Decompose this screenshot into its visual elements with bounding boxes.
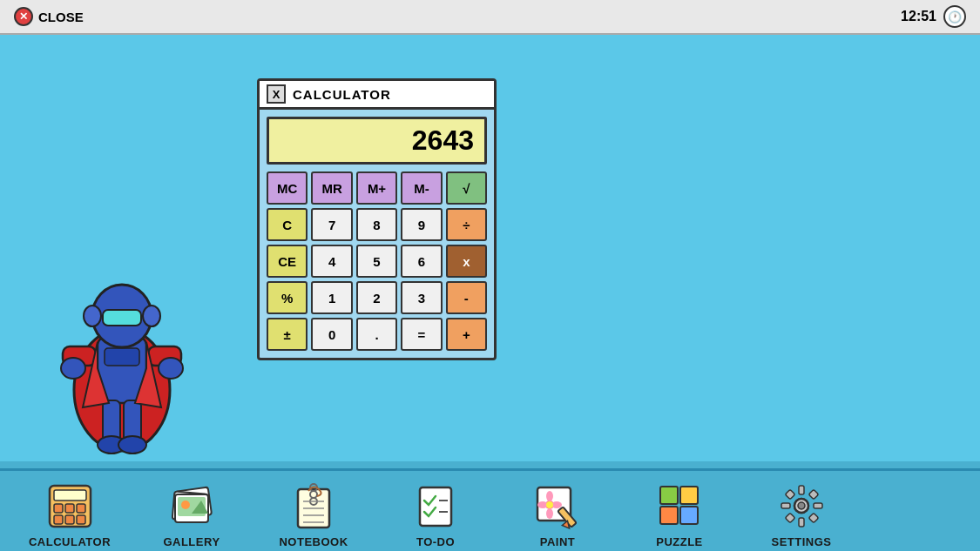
calc-btn-7[interactable]: 7	[311, 208, 352, 241]
svg-rect-22	[54, 515, 63, 524]
svg-point-48	[546, 501, 553, 508]
dock-notebook-label: NOTEBOOK	[279, 535, 348, 548]
svg-rect-19	[54, 504, 63, 513]
calc-row: CE456x	[267, 245, 487, 278]
svg-rect-2	[105, 348, 139, 366]
dock: CALCULATOR GALLERY	[0, 468, 980, 551]
calc-btn-x[interactable]: x	[446, 245, 487, 278]
clock-icon: 🕐	[943, 5, 966, 28]
svg-rect-63	[808, 513, 818, 522]
svg-rect-24	[77, 515, 85, 524]
notebook-icon	[288, 481, 339, 532]
calc-btn-[interactable]: %	[267, 281, 308, 314]
calc-btn-0[interactable]: 0	[311, 318, 352, 351]
calc-close-button[interactable]: X	[267, 84, 286, 104]
calc-row: ±0.=+	[267, 318, 487, 351]
dock-item-calculator[interactable]: CALCULATOR	[9, 474, 131, 548]
dock-puzzle-label: PUZZLE	[656, 535, 703, 548]
time-area: 12:51 🕐	[901, 5, 966, 28]
dock-item-todo[interactable]: TO-DO	[375, 474, 497, 548]
calc-btn-1[interactable]: 1	[311, 281, 352, 314]
svg-point-5	[84, 306, 101, 326]
svg-rect-23	[65, 515, 74, 524]
dock-item-paint[interactable]: PAINT	[497, 474, 618, 548]
svg-rect-57	[799, 518, 804, 527]
svg-point-45	[546, 508, 553, 519]
calc-title: CALCULATOR	[293, 87, 391, 102]
paint-icon	[532, 481, 583, 532]
calc-btn-[interactable]: √	[446, 171, 487, 205]
calc-btn-[interactable]: ±	[267, 318, 308, 351]
close-button[interactable]: ✕ CLOSE	[14, 7, 84, 26]
dock-paint-label: PAINT	[540, 535, 576, 548]
calc-btn-[interactable]: .	[356, 318, 397, 351]
calc-btn-6[interactable]: 6	[401, 245, 442, 278]
dock-todo-label: TO-DO	[416, 535, 455, 548]
svg-rect-60	[785, 489, 794, 499]
svg-rect-54	[680, 507, 698, 524]
calc-btn-2[interactable]: 2	[356, 281, 397, 314]
dock-item-gallery[interactable]: GALLERY	[131, 474, 253, 548]
main-area: X CALCULATOR 2643 MCMRM+M-√C789÷CE456x%1…	[0, 35, 980, 551]
calc-buttons: MCMRM+M-√C789÷CE456x%123-±0.=+	[260, 171, 494, 358]
svg-rect-52	[680, 487, 698, 504]
svg-rect-18	[54, 490, 86, 501]
calc-btn-MC[interactable]: MC	[267, 171, 308, 205]
dock-item-puzzle[interactable]: PUZZLE	[618, 474, 740, 548]
calc-btn-MR[interactable]: MR	[311, 171, 352, 205]
close-label: CLOSE	[38, 10, 84, 24]
svg-rect-4	[103, 310, 141, 326]
floor	[0, 461, 980, 468]
svg-rect-51	[660, 487, 678, 504]
svg-rect-20	[65, 504, 74, 513]
svg-rect-62	[785, 513, 794, 522]
calculator-window: X CALCULATOR 2643 MCMRM+M-√C789÷CE456x%1…	[257, 78, 497, 360]
svg-point-6	[143, 306, 160, 326]
calc-btn-M[interactable]: M+	[356, 171, 397, 205]
calc-btn-8[interactable]: 8	[356, 208, 397, 241]
settings-icon	[776, 481, 827, 532]
svg-rect-59	[814, 503, 822, 508]
dock-calculator-label: CALCULATOR	[29, 535, 111, 548]
dock-gallery-label: GALLERY	[163, 535, 220, 548]
gallery-icon	[166, 481, 217, 532]
calc-btn-CE[interactable]: CE	[267, 245, 308, 278]
top-bar: ✕ CLOSE 12:51 🕐	[0, 0, 980, 35]
calc-row: C789÷	[267, 208, 487, 241]
calc-btn-C[interactable]: C	[267, 208, 308, 241]
calc-btn-[interactable]: -	[446, 281, 487, 314]
close-icon: ✕	[14, 7, 33, 26]
todo-icon	[410, 481, 461, 532]
svg-rect-53	[660, 507, 678, 524]
calc-display: 2643	[267, 117, 487, 165]
svg-point-29	[181, 501, 190, 509]
calc-btn-[interactable]: +	[446, 318, 487, 351]
svg-rect-61	[808, 489, 818, 499]
svg-point-14	[118, 436, 146, 454]
svg-rect-58	[781, 503, 790, 508]
calc-row: %123-	[267, 281, 487, 314]
svg-point-65	[798, 502, 805, 509]
calc-btn-9[interactable]: 9	[401, 208, 442, 241]
svg-point-9	[61, 358, 85, 379]
calc-btn-M[interactable]: M-	[401, 171, 442, 205]
puzzle-icon	[654, 481, 705, 532]
calc-titlebar: X CALCULATOR	[260, 81, 494, 110]
dock-settings-label: SETTINGS	[771, 535, 831, 548]
svg-point-10	[159, 358, 183, 379]
svg-point-44	[546, 491, 553, 501]
robot-character	[52, 216, 192, 477]
calc-row: MCMRM+M-√	[267, 171, 487, 205]
calc-btn-3[interactable]: 3	[401, 281, 442, 314]
dock-item-notebook[interactable]: NOTEBOOK	[253, 474, 375, 548]
calc-btn-5[interactable]: 5	[356, 245, 397, 278]
dock-item-settings[interactable]: SETTINGS	[740, 474, 862, 548]
svg-rect-56	[799, 486, 804, 494]
svg-rect-21	[77, 504, 85, 513]
calculator-icon	[44, 481, 95, 532]
calc-btn-[interactable]: ÷	[446, 208, 487, 241]
calc-btn-4[interactable]: 4	[311, 245, 352, 278]
calc-btn-[interactable]: =	[401, 318, 442, 351]
time-display: 12:51	[901, 9, 936, 24]
